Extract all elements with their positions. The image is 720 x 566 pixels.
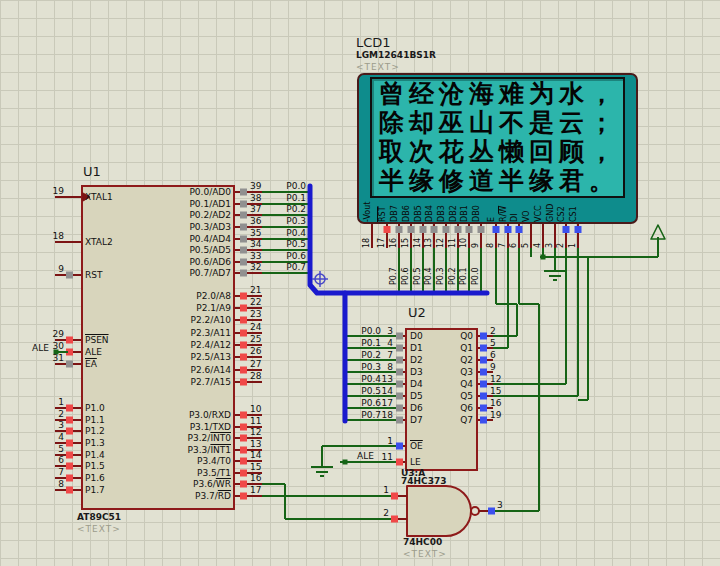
pin-terminal[interactable] — [391, 493, 398, 500]
pin-terminal[interactable] — [240, 247, 247, 254]
pin-terminal[interactable] — [240, 259, 247, 266]
pin-terminal[interactable] — [240, 330, 247, 337]
pin-terminal[interactable] — [240, 412, 247, 419]
pin-terminal[interactable] — [396, 459, 403, 466]
pin-terminal[interactable] — [66, 487, 73, 494]
pin-terminal[interactable] — [66, 272, 73, 279]
pin-terminal[interactable] — [384, 226, 391, 233]
pin-terminal[interactable] — [240, 458, 247, 465]
u2-pin-label-d7: D7 — [410, 415, 423, 425]
pin-terminal[interactable] — [480, 393, 487, 400]
pin-terminal[interactable] — [66, 463, 73, 470]
schematic-canvas[interactable]: U1 AT89C51 <TEXT> LCD1 LGM12641BS1R <TEX… — [0, 0, 720, 566]
pin-terminal[interactable] — [240, 342, 247, 349]
u2-part-label: 74HC373 — [401, 476, 446, 486]
pin-terminal[interactable] — [396, 405, 403, 412]
pin-terminal[interactable] — [480, 405, 487, 412]
nand-gate-body[interactable] — [407, 486, 471, 536]
pin-terminal[interactable] — [240, 435, 247, 442]
pin-terminal[interactable] — [480, 381, 487, 388]
u1-pin-number: 7 — [30, 467, 64, 477]
pin-terminal[interactable] — [516, 226, 523, 233]
pin-terminal[interactable] — [480, 333, 487, 340]
lcd-text-line-4: 半缘修道半缘君。 — [379, 166, 619, 195]
pin-terminal[interactable] — [240, 189, 247, 196]
u1-pin-label: P2.4/A12 — [110, 340, 231, 350]
wire-junction-dot[interactable] — [541, 255, 546, 260]
lcd-pin-label-db1: DB1 — [460, 205, 469, 222]
pin-terminal[interactable] — [478, 226, 485, 233]
pin-terminal[interactable] — [240, 305, 247, 312]
pin-terminal[interactable] — [480, 417, 487, 424]
pin-terminal[interactable] — [408, 226, 415, 233]
u2-pin-number: 15 — [490, 386, 501, 396]
wire-label-ale-u2: ALE — [357, 451, 374, 461]
pin-terminal[interactable] — [455, 226, 462, 233]
pin-terminal[interactable] — [420, 226, 427, 233]
u1-pin-label-p0.2: P0.2/AD2 — [110, 210, 231, 220]
pin-terminal[interactable] — [240, 317, 247, 324]
pin-terminal[interactable] — [240, 481, 247, 488]
pin-terminal[interactable] — [66, 337, 73, 344]
u2-pin-label-le: LE — [410, 457, 421, 467]
pin-terminal[interactable] — [396, 369, 403, 376]
pin-terminal[interactable] — [505, 226, 512, 233]
wire-label-p0.7-u2: P0.7 — [347, 410, 381, 420]
pin-terminal[interactable] — [240, 447, 247, 454]
pin-terminal[interactable] — [240, 354, 247, 361]
pin-terminal[interactable] — [66, 452, 73, 459]
pin-terminal[interactable] — [66, 405, 73, 412]
u1-pin-number: 19 — [30, 186, 64, 196]
wire-label-p0.1-u2: P0.1 — [347, 338, 381, 348]
pin-terminal[interactable] — [240, 424, 247, 431]
pin-terminal[interactable] — [240, 293, 247, 300]
pin-terminal[interactable] — [480, 369, 487, 376]
pin-terminal[interactable] — [443, 226, 450, 233]
pin-terminal[interactable] — [480, 345, 487, 352]
pin-terminal[interactable] — [396, 345, 403, 352]
pin-terminal[interactable] — [240, 224, 247, 231]
wire-junction-dot[interactable] — [343, 460, 348, 465]
pin-terminal[interactable] — [480, 357, 487, 364]
pin-terminal[interactable] — [488, 508, 495, 515]
u1-pin-label-p1.7: P1.7 — [85, 485, 105, 495]
pin-terminal[interactable] — [240, 236, 247, 243]
pin-terminal[interactable] — [66, 440, 73, 447]
nand-output-bubble[interactable] — [471, 507, 479, 515]
u1-pin-number: 37 — [250, 204, 261, 214]
u1-pin-number: 38 — [250, 193, 261, 203]
pin-terminal[interactable] — [396, 393, 403, 400]
pin-terminal[interactable] — [391, 516, 398, 523]
u2-pin-label-d1: D1 — [410, 343, 423, 353]
pin-terminal[interactable] — [240, 379, 247, 386]
pin-terminal[interactable] — [240, 212, 247, 219]
pin-terminal[interactable] — [66, 417, 73, 424]
lcd-pin-label-r: R/W — [499, 206, 508, 222]
pin-terminal[interactable] — [66, 428, 73, 435]
pin-terminal[interactable] — [396, 357, 403, 364]
pin-terminal[interactable] — [466, 226, 473, 233]
u1-pin-label-xtal1: XTAL1 — [85, 192, 113, 202]
pin-terminal[interactable] — [240, 270, 247, 277]
pin-terminal[interactable] — [66, 361, 73, 368]
pin-terminal[interactable] — [575, 226, 582, 233]
pin-terminal[interactable] — [396, 417, 403, 424]
pin-terminal[interactable] — [240, 367, 247, 374]
pin-terminal[interactable] — [563, 226, 570, 233]
lcd-text-placeholder: <TEXT> — [356, 62, 400, 72]
lcd-pin-label-db0: DB0 — [472, 205, 481, 222]
wire-label-ale-u1: ALE — [32, 343, 49, 353]
power-arrow[interactable] — [651, 225, 665, 239]
pin-terminal[interactable] — [396, 443, 403, 450]
pin-terminal[interactable] — [66, 475, 73, 482]
pin-terminal[interactable] — [240, 470, 247, 477]
u1-pin-label: P3.3/INT1 — [110, 445, 231, 455]
pin-terminal[interactable] — [493, 226, 500, 233]
pin-terminal[interactable] — [396, 333, 403, 340]
pin-terminal[interactable] — [240, 201, 247, 208]
pin-terminal[interactable] — [396, 226, 403, 233]
pin-terminal[interactable] — [431, 226, 438, 233]
pin-terminal[interactable] — [396, 381, 403, 388]
u2-pin-label-d6: D6 — [410, 403, 423, 413]
pin-terminal[interactable] — [240, 493, 247, 500]
